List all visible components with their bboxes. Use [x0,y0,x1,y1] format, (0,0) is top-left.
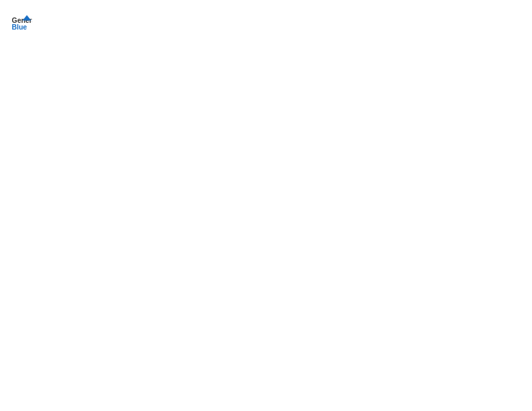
page-header: General Blue [11,11,521,32]
svg-text:Blue: Blue [12,24,28,31]
logo: General Blue [11,11,32,32]
logo-icon: General Blue [11,11,32,32]
